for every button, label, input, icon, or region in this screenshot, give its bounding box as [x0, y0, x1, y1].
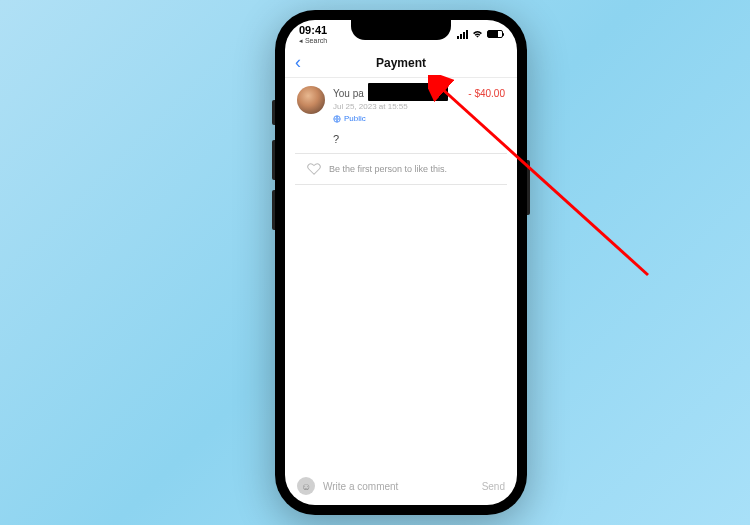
screen: 09:41 ◂ Search ‹ Payment You pa [285, 20, 517, 505]
signal-icon [457, 30, 468, 39]
status-time: 09:41 [299, 25, 327, 36]
wifi-icon [472, 30, 483, 38]
send-button[interactable]: Send [482, 481, 505, 492]
nav-header: ‹ Payment [285, 48, 517, 78]
notch [351, 20, 451, 40]
payment-prefix: You pa [333, 88, 364, 99]
back-button[interactable]: ‹ [295, 52, 301, 73]
user-avatar-icon: ☺ [297, 477, 315, 495]
content-area: You pa - $40.00 Jul 25, 2023 at 15:55 Pu… [285, 78, 517, 469]
heart-icon[interactable] [307, 162, 321, 176]
like-row[interactable]: Be the first person to like this. [295, 153, 507, 185]
redaction-bar [368, 83, 448, 101]
battery-icon [487, 30, 503, 38]
side-button [272, 100, 275, 125]
side-button [272, 140, 275, 180]
side-button [527, 160, 530, 215]
avatar[interactable] [297, 86, 325, 114]
visibility-label[interactable]: Public [344, 114, 366, 123]
globe-icon [333, 115, 341, 123]
page-title: Payment [376, 56, 426, 70]
phone-frame: 09:41 ◂ Search ‹ Payment You pa [275, 10, 527, 515]
payment-row[interactable]: You pa - $40.00 Jul 25, 2023 at 15:55 Pu… [285, 78, 517, 129]
payment-date: Jul 25, 2023 at 15:55 [333, 102, 505, 111]
side-button [272, 190, 275, 230]
comment-input[interactable] [323, 481, 474, 492]
like-prompt: Be the first person to like this. [329, 164, 447, 174]
payment-note: ? [285, 129, 517, 153]
back-to-app[interactable]: ◂ Search [299, 37, 327, 44]
payment-amount: - $40.00 [468, 88, 505, 99]
comment-composer: ☺ Send [285, 469, 517, 505]
